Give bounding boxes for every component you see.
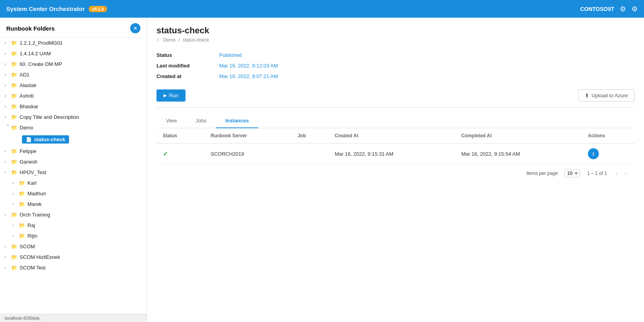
items-per-page-select[interactable]: 10 25 50 bbox=[564, 169, 580, 177]
sidebar-item-alastair[interactable]: › 📁 Alastair bbox=[0, 80, 147, 91]
chevron-right-icon: › bbox=[5, 41, 11, 45]
folder-label: Ashriti bbox=[20, 93, 34, 99]
app-title: System Center Orchestrator bbox=[6, 5, 85, 12]
items-per-page-label: Items per page: bbox=[526, 171, 559, 176]
chevron-right-icon: › bbox=[13, 223, 19, 227]
row-createdat: Mar 16, 2022, 9:15:31 AM bbox=[328, 144, 455, 164]
sidebar-item-scomtest[interactable]: › 📁 SCOM Test bbox=[0, 262, 147, 273]
header: System Center Orchestrator v0.1.0 CONTOS… bbox=[0, 0, 644, 18]
folder-label: Ganesh bbox=[20, 159, 38, 165]
company-name: CONTOSO\IT bbox=[580, 6, 614, 12]
tab-jobs[interactable]: Jobs bbox=[186, 114, 216, 128]
folder-icon: 📁 bbox=[11, 212, 17, 218]
sidebar-item-karl[interactable]: › 📁 Karl bbox=[0, 178, 147, 188]
upload-to-azure-button[interactable]: ⬆ Upload to Azure bbox=[578, 89, 635, 102]
sidebar-item-prodmg01[interactable]: › 📁 1.2.1.2_ProdMG01 bbox=[0, 38, 147, 48]
info-button[interactable]: i bbox=[588, 148, 599, 159]
row-runbookserver: SCORCH2019 bbox=[204, 144, 291, 164]
sidebar-item-scom[interactable]: › 📁 SCOM bbox=[0, 241, 147, 252]
col-header-createdat: Created At bbox=[328, 128, 455, 144]
page-info: 1 – 1 of 1 bbox=[587, 171, 607, 176]
meta-table: Status Published Last modified Mar 16, 2… bbox=[156, 50, 635, 82]
folder-icon: 📁 bbox=[11, 265, 17, 271]
meta-value-status: Published bbox=[219, 52, 242, 58]
tab-view[interactable]: View bbox=[156, 114, 186, 128]
sidebar-item-scomhizli[interactable]: › 📁 SCOM HizliEsnek bbox=[0, 252, 147, 262]
active-item-label: status-check bbox=[34, 136, 65, 142]
sidebar-item-rijin[interactable]: › 📁 Rijin bbox=[0, 231, 147, 241]
folder-icon: 📁 bbox=[19, 180, 25, 186]
folder-icon: 📁 bbox=[19, 233, 25, 239]
instances-table: Status Runbook Server Job Created At Com… bbox=[156, 128, 635, 164]
gear-icon[interactable]: ⚙ bbox=[631, 5, 638, 13]
sidebar-item-hpovtest[interactable]: › 📁 HPOV_Test bbox=[0, 167, 147, 178]
folder-label: SCOM HizliEsnek bbox=[20, 254, 60, 260]
chevron-right-icon: › bbox=[5, 213, 11, 217]
chevron-right-icon: › bbox=[5, 244, 11, 249]
sidebar-item-uam[interactable]: › 📁 1.4.14.2 UAM bbox=[0, 48, 147, 59]
folder-label: Madhuri bbox=[27, 191, 46, 196]
meta-row-status: Status Published bbox=[156, 50, 635, 60]
breadcrumb: / Demo / status-check bbox=[156, 37, 635, 43]
run-button[interactable]: ▶ Run bbox=[156, 89, 186, 102]
sidebar-item-demo[interactable]: › 📁 Demo bbox=[0, 122, 147, 133]
sidebar-title: Runbook Folders bbox=[6, 25, 130, 32]
chevron-right-icon: › bbox=[5, 170, 11, 175]
prev-page-button[interactable]: ‹ bbox=[614, 169, 619, 178]
sidebar-item-bhaskar[interactable]: › 📁 Bhaskar bbox=[0, 101, 147, 112]
row-actions: i bbox=[582, 144, 635, 164]
breadcrumb-root[interactable]: / bbox=[157, 37, 158, 43]
meta-label-createdat: Created at bbox=[156, 73, 219, 79]
sidebar-item-ashriti[interactable]: › 📁 Ashriti bbox=[0, 91, 147, 101]
action-bar: ▶ Run ⬆ Upload to Azure bbox=[156, 89, 635, 107]
sidebar-item-status-check[interactable]: 📄 status-check bbox=[0, 133, 147, 146]
meta-label-lastmodified: Last modified bbox=[156, 63, 219, 69]
sidebar-item-marek[interactable]: › 📁 Marek bbox=[0, 199, 147, 209]
chevron-right-icon: › bbox=[13, 181, 19, 185]
sidebar-item-copytitle[interactable]: › 📁 Copy Title and Description bbox=[0, 112, 147, 122]
meta-label-status: Status bbox=[156, 52, 219, 58]
pagination: Items per page: 10 25 50 1 – 1 of 1 ‹ › bbox=[156, 164, 635, 182]
sidebar-item-felippe[interactable]: › 📁 Felippe bbox=[0, 146, 147, 156]
table-row: ✓ SCORCH2019 Mar 16, 2022, 9:15:31 AM Ma… bbox=[156, 144, 635, 164]
folder-icon: 📁 bbox=[11, 72, 17, 78]
settings-icon[interactable]: ⚙ bbox=[620, 5, 626, 13]
folder-icon: 📁 bbox=[19, 222, 25, 228]
main-layout: Runbook Folders × › 📁 1.2.1.2_ProdMG01 ›… bbox=[0, 18, 644, 322]
breadcrumb-demo[interactable]: Demo bbox=[163, 37, 176, 43]
meta-value-createdat: Mar 16, 2022, 9:07:21 AM bbox=[219, 73, 278, 79]
page-title: status-check bbox=[156, 25, 635, 36]
folder-icon: 📁 bbox=[11, 159, 17, 165]
sidebar-item-ganesh[interactable]: › 📁 Ganesh bbox=[0, 156, 147, 167]
sidebar-item-raj[interactable]: › 📁 Raj bbox=[0, 220, 147, 231]
folder-label: Bhaskar bbox=[20, 104, 38, 109]
folder-label: Rijin bbox=[27, 233, 37, 239]
chevron-right-icon: › bbox=[5, 115, 11, 119]
chevron-right-icon: › bbox=[5, 62, 11, 66]
tab-instances[interactable]: Instances bbox=[216, 114, 258, 128]
breadcrumb-separator2: / bbox=[178, 37, 181, 43]
folder-label: Karl bbox=[27, 180, 36, 186]
chevron-right-icon: › bbox=[5, 83, 11, 87]
close-sidebar-button[interactable]: × bbox=[130, 23, 140, 33]
folder-icon: 📁 bbox=[11, 82, 17, 88]
next-page-button[interactable]: › bbox=[623, 169, 628, 178]
sidebar-item-createommp[interactable]: › 📁 60. Create OM MP bbox=[0, 59, 147, 69]
folder-label: Alastair bbox=[20, 82, 36, 88]
folder-icon: 📁 bbox=[11, 114, 17, 120]
folder-label: 1.2.1.2_ProdMG01 bbox=[20, 40, 63, 46]
upload-icon: ⬆ bbox=[585, 93, 589, 98]
chevron-right-icon: › bbox=[5, 149, 11, 153]
folder-label: 1.4.14.2 UAM bbox=[20, 51, 51, 56]
chevron-right-icon: › bbox=[5, 104, 11, 109]
folder-icon: 📁 bbox=[11, 104, 17, 109]
sidebar-item-madhuri[interactable]: › 📁 Madhuri bbox=[0, 188, 147, 199]
success-icon: ✓ bbox=[163, 151, 168, 157]
col-header-completedat: Completed At bbox=[455, 128, 582, 144]
sidebar-item-ad1[interactable]: › 📁 AD1 bbox=[0, 69, 147, 80]
breadcrumb-current[interactable]: status-check bbox=[183, 37, 209, 43]
sidebar-item-orchtraining[interactable]: › 📁 Orch Training bbox=[0, 209, 147, 220]
folder-icon: 📁 bbox=[11, 125, 17, 131]
chevron-right-icon: › bbox=[13, 191, 19, 196]
folder-icon: 📁 bbox=[11, 148, 17, 154]
